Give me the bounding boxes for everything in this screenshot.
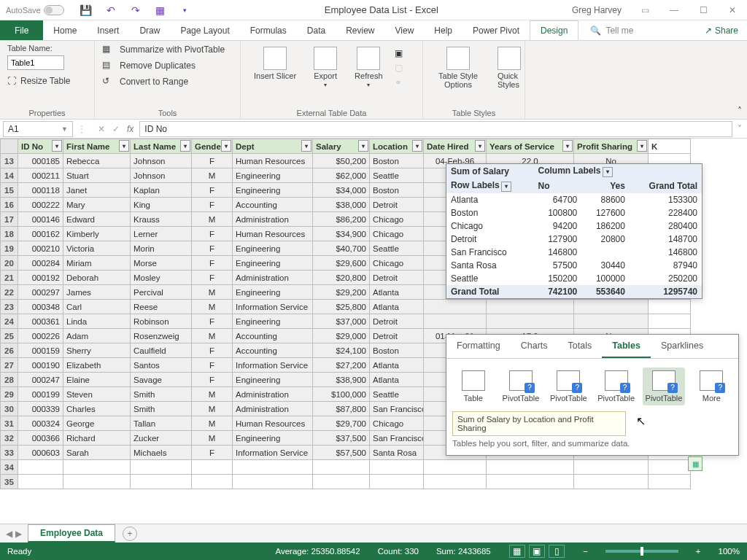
column-header[interactable]: Gender▾ (192, 139, 233, 154)
resize-table-button[interactable]: ⛶ Resize Table (7, 76, 87, 86)
cell[interactable]: Chicago (370, 212, 424, 227)
row-header[interactable]: 33 (1, 446, 18, 460)
cell[interactable]: Administration (233, 271, 313, 285)
export-button[interactable]: Export▾ (308, 44, 343, 91)
select-all[interactable] (1, 139, 18, 154)
unlink-icon[interactable]: ⚭ (395, 77, 403, 88)
page-layout-view-icon[interactable]: ▣ (529, 545, 545, 558)
cell[interactable]: F (192, 183, 233, 198)
cell[interactable]: 000185 (18, 154, 63, 168)
user-name[interactable]: Greg Harvey (572, 5, 622, 15)
cell[interactable]: $62,000 (313, 168, 370, 183)
row-header[interactable]: 20 (1, 256, 18, 271)
filter-icon[interactable]: ▾ (358, 140, 368, 152)
cell[interactable]: 000162 (18, 227, 63, 241)
cell[interactable]: Seattle (370, 168, 424, 183)
cell[interactable]: 000211 (18, 168, 63, 183)
cell[interactable]: $25,800 (313, 300, 370, 314)
cell[interactable]: Engineering (233, 241, 313, 256)
cell[interactable]: Smith (131, 402, 192, 416)
row-header[interactable]: 13 (1, 154, 18, 168)
minimize-icon[interactable]: — (659, 0, 689, 20)
cell[interactable]: Lerner (131, 227, 192, 241)
collapse-ribbon-icon[interactable]: ˄ (732, 41, 747, 119)
cell[interactable]: Detroit (370, 271, 424, 285)
cell[interactable]: M (192, 387, 233, 402)
share-button[interactable]: ↗ Share (696, 20, 747, 40)
row-header[interactable]: 18 (1, 227, 18, 241)
cell[interactable]: Richard (63, 431, 131, 446)
cell[interactable]: San Francisco (370, 402, 424, 416)
cell[interactable]: Accounting (233, 343, 313, 358)
row-header[interactable]: 30 (1, 402, 18, 416)
row-header[interactable]: 17 (1, 212, 18, 227)
tab-draw[interactable]: Draw (129, 20, 170, 40)
cell[interactable]: $100,000 (313, 387, 370, 402)
row-header[interactable]: 34 (1, 460, 18, 475)
column-header[interactable]: Dept▾ (233, 139, 313, 154)
cell[interactable]: Engineering (233, 168, 313, 183)
cell[interactable]: Sarah (63, 446, 131, 460)
cell[interactable]: $86,200 (313, 212, 370, 227)
cell[interactable]: $34,900 (313, 227, 370, 241)
cell[interactable]: Engineering (233, 431, 313, 446)
tab-page-layout[interactable]: Page Layout (170, 20, 239, 40)
zoom-in-icon[interactable]: + (696, 547, 701, 556)
filter-icon[interactable]: ▾ (412, 140, 422, 152)
cell[interactable]: King (131, 198, 192, 212)
column-header[interactable]: Last Name▾ (131, 139, 192, 154)
column-header[interactable]: ID No▾ (18, 139, 63, 154)
qa-tab-charts[interactable]: Charts (511, 335, 558, 358)
sheet-prev-icon[interactable]: ◀ (6, 529, 12, 539)
cell[interactable]: Accounting (233, 329, 313, 343)
cell[interactable]: F (192, 154, 233, 168)
cell[interactable]: M (192, 402, 233, 416)
qa-tab-totals[interactable]: Totals (558, 335, 603, 358)
quick-styles-button[interactable]: Quick Styles (492, 44, 527, 92)
cell[interactable]: Seattle (370, 387, 424, 402)
cell[interactable] (487, 300, 574, 314)
row-header[interactable]: 35 (1, 475, 18, 489)
cell[interactable]: $29,600 (313, 256, 370, 271)
cell[interactable]: Engineering (233, 256, 313, 271)
cell[interactable]: 000603 (18, 446, 63, 460)
cell[interactable]: Boston (370, 154, 424, 168)
cell[interactable]: M (192, 431, 233, 446)
cell[interactable]: Human Resources (233, 416, 313, 431)
cell[interactable]: $50,200 (313, 154, 370, 168)
cell[interactable]: Mary (63, 198, 131, 212)
cell[interactable]: Administration (233, 387, 313, 402)
cell[interactable]: F (192, 271, 233, 285)
cell[interactable] (424, 300, 487, 314)
cell[interactable]: Johnson (131, 154, 192, 168)
cell[interactable]: Human Resources (233, 227, 313, 241)
expand-formula-icon[interactable]: ˅ (732, 124, 747, 134)
cell[interactable]: Information Service (233, 300, 313, 314)
cell[interactable]: Accounting (233, 198, 313, 212)
cell[interactable]: Steven (63, 387, 131, 402)
row-header[interactable]: 15 (1, 183, 18, 198)
tab-help[interactable]: Help (424, 20, 462, 40)
column-header[interactable]: Years of Service▾ (487, 139, 574, 154)
cell[interactable]: Stuart (63, 168, 131, 183)
cell[interactable]: $57,500 (313, 446, 370, 460)
cell[interactable]: $40,700 (313, 241, 370, 256)
convert-range-button[interactable]: ↺Convert to Range (102, 76, 233, 88)
cell[interactable]: Detroit (370, 198, 424, 212)
tab-home[interactable]: Home (43, 20, 87, 40)
qa-item-pivot-1[interactable]: PivotTable (500, 368, 541, 405)
cell[interactable]: San Francisco (370, 431, 424, 446)
cell[interactable]: Miriam (63, 256, 131, 271)
cell[interactable]: Smith (131, 387, 192, 402)
cell[interactable]: M (192, 329, 233, 343)
cell[interactable]: 000199 (18, 387, 63, 402)
cell[interactable]: 000361 (18, 314, 63, 329)
column-header[interactable]: K (649, 139, 691, 154)
zoom-slider[interactable] (605, 550, 678, 553)
cell[interactable]: Santa Rosa (370, 446, 424, 460)
refresh-button[interactable]: Refresh▾ (349, 44, 389, 91)
insert-slicer-button[interactable]: Insert Slicer (248, 44, 302, 91)
cell[interactable]: Atlanta (370, 285, 424, 300)
cell[interactable]: Elizabeth (63, 358, 131, 373)
cancel-icon[interactable]: ✕ (98, 124, 105, 134)
